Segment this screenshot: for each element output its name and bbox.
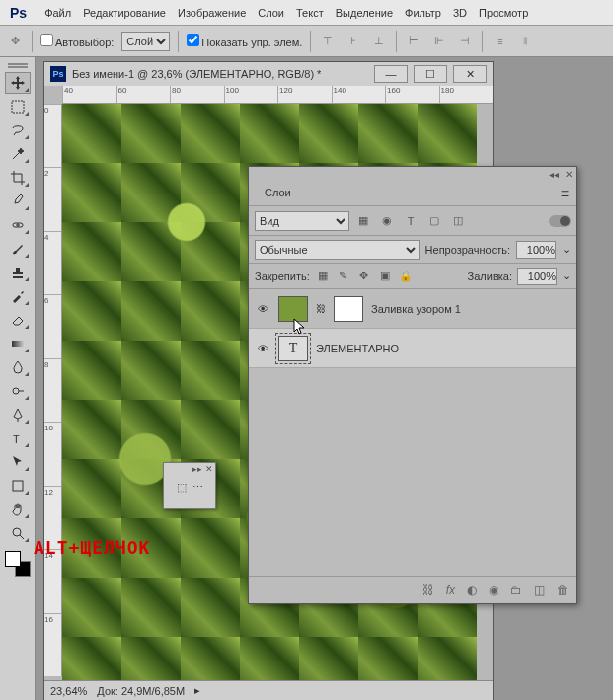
history-brush-tool[interactable]: [5, 285, 31, 307]
marquee-tool[interactable]: [5, 96, 31, 117]
lock-paint-icon[interactable]: ✎: [336, 269, 351, 284]
fx-icon[interactable]: fx: [446, 583, 455, 597]
close-button[interactable]: ✕: [453, 65, 487, 83]
link-icon: ⛓: [316, 303, 326, 314]
menu-image[interactable]: Изображение: [178, 7, 246, 19]
document-title: Без имени-1 @ 23,6% (ЭЛЕМЕНТАРНО, RGB/8)…: [72, 68, 368, 80]
move-tool[interactable]: [5, 72, 31, 94]
pen-tool[interactable]: [5, 404, 31, 426]
hand-tool[interactable]: [5, 499, 31, 520]
ruler-horizontal[interactable]: 406080100120140160180: [62, 86, 493, 104]
opacity-label: Непрозрачность:: [425, 244, 510, 256]
status-bar: 23,64% Док: 24,9M/6,85M ▸: [44, 680, 493, 700]
tab-layers[interactable]: Слои: [257, 183, 299, 204]
layer-name[interactable]: ЭЛЕМЕНТАРНО: [316, 343, 399, 354]
zoom-tool[interactable]: [5, 522, 31, 544]
layer-name[interactable]: Заливка узором 1: [371, 303, 461, 315]
show-controls-checkbox[interactable]: Показать упр. элем.: [187, 34, 302, 48]
group-icon[interactable]: 🗀: [510, 583, 522, 597]
menu-file[interactable]: Файл: [44, 7, 71, 19]
mini-menu-icon[interactable]: ⋯: [192, 481, 203, 494]
blur-tool[interactable]: [5, 356, 31, 378]
svg-point-3: [13, 388, 19, 394]
distribute-icon[interactable]: ≡: [491, 33, 508, 50]
layer-row[interactable]: 👁 T ЭЛЕМЕНТАРНО: [249, 329, 576, 368]
menu-select[interactable]: Выделение: [336, 7, 393, 19]
new-layer-icon[interactable]: ◫: [534, 583, 545, 597]
fill-input[interactable]: [517, 268, 557, 285]
lock-all-icon[interactable]: 🔒: [398, 269, 414, 284]
layer-row[interactable]: 👁 ⛓ Заливка узором 1: [249, 289, 576, 329]
wand-tool[interactable]: [5, 143, 31, 165]
mini-collapse-icon[interactable]: ▸▸: [192, 464, 202, 474]
menu-text[interactable]: Текст: [296, 7, 324, 19]
path-select-tool[interactable]: [5, 451, 31, 473]
brush-tool[interactable]: [5, 238, 31, 260]
gradient-tool[interactable]: [5, 333, 31, 354]
opacity-arrow[interactable]: ⌄: [562, 243, 571, 256]
autoselect-target[interactable]: Слой: [121, 32, 170, 51]
shape-tool[interactable]: [5, 475, 31, 497]
ruler-vertical[interactable]: 0246810121416: [44, 104, 62, 676]
panel-close-icon[interactable]: ✕: [565, 169, 573, 179]
eraser-tool[interactable]: [5, 309, 31, 331]
zoom-level[interactable]: 23,64%: [50, 685, 87, 697]
align-left-icon[interactable]: ⊢: [405, 33, 422, 50]
mask-icon[interactable]: ◐: [467, 583, 477, 597]
menu-filter[interactable]: Фильтр: [405, 7, 441, 19]
dodge-tool[interactable]: [5, 380, 31, 402]
delete-layer-icon[interactable]: 🗑: [557, 583, 569, 597]
instruction-overlay: ALT+ЩЕЛЧОК: [34, 537, 150, 558]
opacity-input[interactable]: [516, 241, 556, 259]
filter-type-icon[interactable]: T: [401, 211, 421, 231]
panel-menu-icon[interactable]: ≡: [561, 186, 569, 201]
mini-3d-panel[interactable]: ▸▸✕ ⬚⋯: [163, 462, 216, 509]
fill-arrow[interactable]: ⌄: [562, 270, 571, 282]
filter-smart-icon[interactable]: ◫: [448, 211, 468, 231]
stamp-tool[interactable]: [5, 262, 31, 283]
toolbox-handle[interactable]: [4, 60, 32, 68]
lock-trans-icon[interactable]: ▦: [315, 269, 331, 284]
document-titlebar[interactable]: Ps Без имени-1 @ 23,6% (ЭЛЕМЕНТАРНО, RGB…: [44, 62, 493, 86]
layer-thumb[interactable]: [278, 296, 308, 322]
blend-mode-select[interactable]: Обычные: [255, 240, 420, 260]
mini-close-icon[interactable]: ✕: [205, 464, 213, 474]
menubar: Ps Файл Редактирование Изображение Слои …: [0, 0, 613, 26]
lasso-tool[interactable]: [5, 119, 31, 141]
menu-layers[interactable]: Слои: [258, 7, 284, 19]
mini-3d-icon[interactable]: ⬚: [177, 481, 187, 494]
type-tool[interactable]: T: [5, 428, 31, 449]
color-swatch[interactable]: [5, 551, 31, 577]
visibility-icon[interactable]: 👁: [255, 343, 270, 354]
align-vcenter-icon[interactable]: ⊦: [345, 33, 362, 50]
doc-info-arrow[interactable]: ▸: [194, 684, 200, 697]
filter-shape-icon[interactable]: ▢: [424, 211, 444, 231]
crop-tool[interactable]: [5, 167, 31, 189]
align-hcenter-icon[interactable]: ⊩: [430, 33, 448, 50]
adjustment-icon[interactable]: ◉: [489, 583, 498, 597]
lock-artboard-icon[interactable]: ▣: [377, 269, 393, 284]
align-bottom-icon[interactable]: ⊥: [370, 33, 388, 50]
autoselect-checkbox[interactable]: Автовыбор:: [40, 34, 114, 48]
heal-tool[interactable]: [5, 214, 31, 236]
menu-3d[interactable]: 3D: [453, 7, 467, 19]
panel-collapse-icon[interactable]: ◂◂: [549, 169, 559, 179]
filter-toggle[interactable]: [549, 215, 571, 227]
link-layers-icon[interactable]: ⛓: [422, 583, 434, 597]
maximize-button[interactable]: ☐: [414, 65, 447, 83]
layer-thumb-text[interactable]: T: [278, 336, 308, 361]
align-top-icon[interactable]: ⊤: [319, 33, 337, 50]
layer-mask[interactable]: [334, 296, 363, 322]
filter-pixel-icon[interactable]: ▦: [353, 211, 373, 231]
eyedropper-tool[interactable]: [5, 191, 31, 212]
menu-view[interactable]: Просмотр: [479, 7, 528, 19]
blend-row: Обычные Непрозрачность: ⌄: [249, 236, 576, 264]
align-right-icon[interactable]: ⊣: [456, 33, 474, 50]
visibility-icon[interactable]: 👁: [255, 303, 270, 315]
filter-kind-select[interactable]: Вид: [255, 211, 349, 231]
menu-edit[interactable]: Редактирование: [83, 7, 166, 19]
distribute2-icon[interactable]: ⫴: [516, 33, 534, 50]
filter-adjust-icon[interactable]: ◉: [377, 211, 397, 231]
minimize-button[interactable]: —: [374, 65, 408, 83]
lock-pos-icon[interactable]: ✥: [356, 269, 372, 284]
